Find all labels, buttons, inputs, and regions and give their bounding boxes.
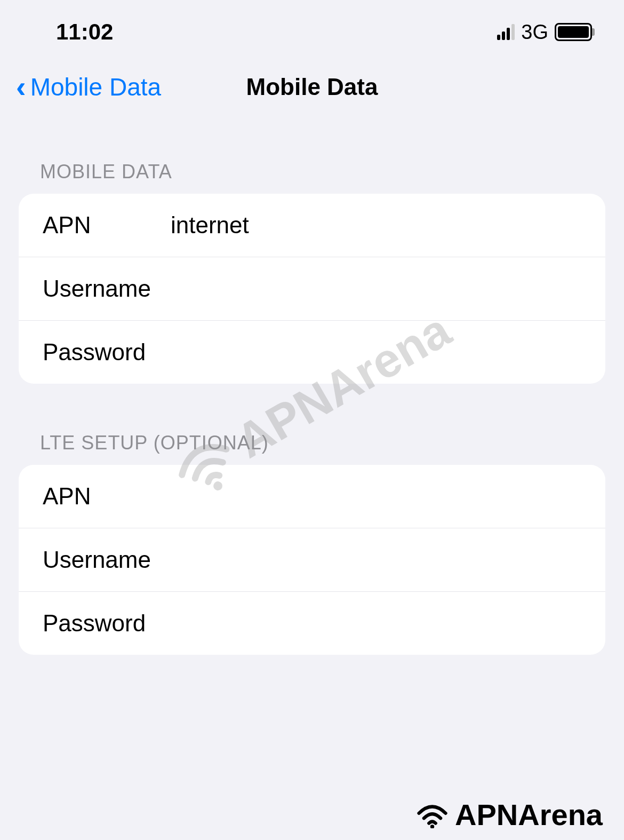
field-password[interactable]: Password xyxy=(19,592,605,655)
password-input[interactable] xyxy=(171,339,581,366)
section-lte-setup: LTE SETUP (OPTIONAL) APN Username Passwo… xyxy=(19,432,605,655)
navigation-bar: ‹ Mobile Data Mobile Data xyxy=(0,53,624,118)
section-group: APN Username Password xyxy=(19,465,605,655)
back-label: Mobile Data xyxy=(30,73,161,101)
watermark-text: APNArena xyxy=(455,797,603,832)
field-apn[interactable]: APN xyxy=(19,194,605,257)
section-group: APN Username Password xyxy=(19,194,605,384)
chevron-left-icon: ‹ xyxy=(16,72,26,102)
svg-point-1 xyxy=(430,825,435,828)
field-username[interactable]: Username xyxy=(19,257,605,321)
field-label: Password xyxy=(43,610,171,637)
back-button[interactable]: ‹ Mobile Data xyxy=(16,72,161,102)
network-type: 3G xyxy=(521,21,548,44)
content: MOBILE DATA APN Username Password LTE SE… xyxy=(0,161,624,655)
section-header: LTE SETUP (OPTIONAL) xyxy=(19,432,605,465)
field-label: Username xyxy=(43,275,171,302)
apn-input[interactable] xyxy=(171,483,581,510)
field-username[interactable]: Username xyxy=(19,528,605,592)
battery-icon xyxy=(555,23,592,41)
apn-input[interactable] xyxy=(171,212,581,239)
wifi-icon xyxy=(415,802,450,828)
field-label: APN xyxy=(43,483,171,510)
field-label: Password xyxy=(43,339,171,366)
field-apn[interactable]: APN xyxy=(19,465,605,528)
status-indicators: 3G xyxy=(497,21,592,44)
section-header: MOBILE DATA xyxy=(19,161,605,194)
field-label: APN xyxy=(43,212,171,239)
status-time: 11:02 xyxy=(56,19,113,45)
signal-icon xyxy=(497,24,515,40)
section-mobile-data: MOBILE DATA APN Username Password xyxy=(19,161,605,384)
status-bar: 11:02 3G xyxy=(0,0,624,53)
watermark-bottom: APNArena xyxy=(415,797,603,832)
username-input[interactable] xyxy=(171,546,581,573)
field-password[interactable]: Password xyxy=(19,321,605,384)
password-input[interactable] xyxy=(171,610,581,637)
field-label: Username xyxy=(43,546,171,573)
username-input[interactable] xyxy=(171,275,581,302)
page-title: Mobile Data xyxy=(246,74,378,100)
